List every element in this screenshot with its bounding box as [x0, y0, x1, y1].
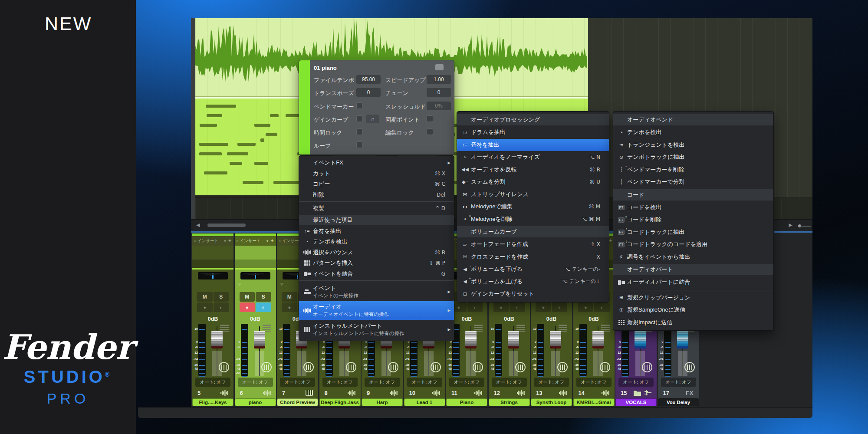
- inspector-collapse-button[interactable]: [435, 64, 444, 70]
- channel-name-tab[interactable]: piano: [235, 398, 276, 406]
- channel-name-tab[interactable]: Piano: [446, 398, 487, 406]
- automation-mode[interactable]: オート: オフ: [280, 378, 315, 387]
- mute-button[interactable]: M: [240, 292, 255, 302]
- insert-dropdown-icon[interactable]: ▼: [266, 240, 269, 243]
- menu-item[interactable]: ↑=音符を抽出: [457, 139, 609, 151]
- channel-meter-icon[interactable]: [261, 362, 272, 372]
- menu-item[interactable]: F7↑コードトラックに抽出: [613, 226, 773, 239]
- inspector-checkbox[interactable]: [356, 141, 363, 148]
- channel-fader[interactable]: [592, 331, 604, 349]
- channel-name-tab[interactable]: Deep Fligh..lass: [319, 398, 361, 406]
- menu-item[interactable]: ☒クロスフェードを作成X: [457, 251, 609, 263]
- insert-dropdown-icon[interactable]: ▼: [224, 240, 227, 243]
- menu-item[interactable]: インストゥルメントパートインストゥルメントパートに特有の操作▶: [299, 320, 454, 339]
- channel-name-tab[interactable]: Flig.....Keys: [192, 398, 233, 406]
- insert-power-icon[interactable]: ○: [279, 239, 281, 243]
- record-arm-button[interactable]: ●: [240, 302, 255, 312]
- menu-item[interactable]: ◀+ボリュームを上げる⌥ テンキーの+: [457, 276, 609, 288]
- insert-slot[interactable]: ○インサート▼+: [192, 236, 233, 246]
- menu-item[interactable]: F7×コードを削除: [613, 214, 773, 226]
- monitor-button[interactable]: ◐: [510, 302, 525, 312]
- inspector-checkbox[interactable]: [356, 115, 363, 122]
- zoom-slider-track[interactable]: [800, 226, 811, 227]
- volume-readout[interactable]: 0dB: [573, 316, 615, 322]
- monitor-button[interactable]: ◐: [214, 302, 229, 312]
- menu-item[interactable]: 複製^ D: [299, 203, 454, 214]
- automation-mode[interactable]: オート: オフ: [618, 378, 654, 387]
- menu-item[interactable]: ◖◗Melodyneで編集⌘ M: [457, 201, 609, 213]
- channel-name-tab[interactable]: Chord Preview: [277, 398, 318, 406]
- menu-item[interactable]: ↠トランジェントを検出: [613, 139, 773, 151]
- menu-item[interactable]: 新規Impactに送信: [613, 316, 773, 329]
- channel-name-tab[interactable]: Synsth Loop: [531, 398, 572, 406]
- menu-item[interactable]: ⊙テンポトラックに抽出: [613, 151, 773, 164]
- menu-item[interactable]: ①新規SampleOneに送信: [613, 304, 773, 316]
- volume-readout[interactable]: 0dB: [531, 316, 572, 322]
- inspector-field[interactable]: 0: [427, 88, 451, 97]
- scroll-left-icon[interactable]: ◀: [196, 222, 200, 228]
- channel-meter-icon[interactable]: [346, 362, 356, 372]
- channel-name-tab[interactable]: Strings: [489, 398, 530, 406]
- monitor-button[interactable]: ◐: [467, 302, 483, 312]
- volume-readout[interactable]: 0dB: [235, 316, 276, 322]
- menu-item[interactable]: ┆ベンドマーカーで分割: [613, 176, 773, 188]
- channel-name-tab[interactable]: VOCALS: [615, 398, 657, 406]
- record-arm-button[interactable]: ●: [578, 302, 594, 312]
- automation-mode[interactable]: オート: オフ: [195, 378, 230, 387]
- channel-meter-icon[interactable]: [473, 362, 483, 372]
- menu-item[interactable]: カット⌘ X: [299, 168, 454, 179]
- automation-mode[interactable]: オート: オフ: [238, 378, 273, 387]
- record-arm-button[interactable]: ●: [282, 302, 297, 312]
- channel-fader[interactable]: [677, 331, 688, 349]
- menu-item[interactable]: ▱オートフェードを作成⇧ X: [457, 238, 609, 251]
- channel-meter-icon[interactable]: [388, 362, 398, 372]
- menu-item[interactable]: イベントFX▶: [299, 158, 454, 168]
- menu-item[interactable]: ┆×ベンドマーカーを削除: [613, 164, 773, 176]
- gain-curve-icon[interactable]: ∩: [366, 115, 379, 123]
- automation-mode[interactable]: オート: オフ: [407, 378, 442, 387]
- menu-item[interactable]: オーディオオーディオイベントに特有の操作▶: [299, 301, 454, 320]
- automation-mode[interactable]: オート: オフ: [492, 378, 527, 387]
- channel-fader[interactable]: [508, 331, 519, 349]
- menu-item[interactable]: ⊟ゲインカーブをリセット: [457, 288, 609, 300]
- insert-add-icon[interactable]: +: [228, 238, 231, 244]
- channel-fader[interactable]: [254, 331, 265, 349]
- automation-mode[interactable]: オート: オフ: [576, 378, 612, 387]
- menu-item[interactable]: ◔テンポを検出: [299, 237, 454, 247]
- inspector-field[interactable]: 1.00: [427, 75, 451, 84]
- channel-meter-icon[interactable]: [684, 362, 695, 372]
- insert-power-icon[interactable]: ○: [194, 239, 196, 243]
- record-arm-button[interactable]: ●: [536, 302, 551, 312]
- monitor-button[interactable]: ◐: [594, 302, 610, 312]
- menu-item[interactable]: ♯調号をイベントから抽出: [613, 251, 773, 263]
- menu-item[interactable]: コピー⌘ C: [299, 179, 454, 190]
- record-arm-button[interactable]: ●: [493, 302, 509, 312]
- menu-item[interactable]: オーディオパートに結合: [613, 276, 773, 289]
- channel-name-tab[interactable]: KMRBI....Gmai: [573, 398, 615, 406]
- menu-item[interactable]: F7↓コードトラックのコードを適用: [613, 238, 773, 251]
- inspector-checkbox[interactable]: [356, 102, 363, 109]
- menu-item[interactable]: ◆≡ステムを分割⌘ U: [457, 176, 609, 188]
- inspector-checkbox[interactable]: [427, 128, 433, 135]
- automation-mode[interactable]: オート: オフ: [365, 378, 400, 387]
- channel-meter-icon[interactable]: [600, 362, 610, 372]
- menu-item[interactable]: ↑=音符を抽出: [299, 226, 454, 237]
- insert-slot[interactable]: ○インサート▼+: [235, 236, 276, 246]
- channel-meter-icon[interactable]: [557, 362, 568, 372]
- pan-slider[interactable]: [198, 272, 228, 279]
- pan-slider[interactable]: [240, 272, 270, 279]
- menu-item[interactable]: ⋈ストリップサイレンス: [457, 188, 609, 201]
- menu-item[interactable]: F7コードを検出: [613, 201, 773, 214]
- menu-item[interactable]: ↑♪ドラムを抽出: [457, 126, 609, 139]
- volume-readout[interactable]: 0dB: [489, 316, 530, 322]
- insert-power-icon[interactable]: ○: [237, 239, 239, 243]
- inspector-checkbox[interactable]: [356, 128, 363, 135]
- automation-mode[interactable]: オート: オフ: [449, 378, 484, 387]
- channel-fader[interactable]: [635, 331, 646, 349]
- insert-add-icon[interactable]: +: [609, 238, 612, 244]
- menu-item[interactable]: ◔テンポを検出: [613, 126, 773, 139]
- automation-mode[interactable]: オート: オフ: [534, 378, 569, 387]
- channel-meter-icon[interactable]: [642, 362, 652, 372]
- channel-meter-icon[interactable]: [515, 362, 526, 372]
- insert-add-icon[interactable]: +: [270, 238, 273, 244]
